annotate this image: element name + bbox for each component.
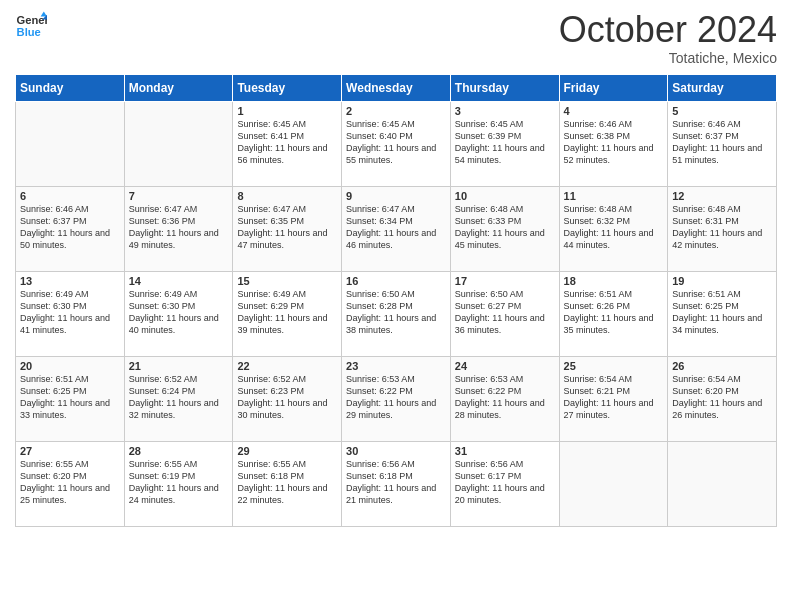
logo: General Blue xyxy=(15,10,47,42)
day-number: 22 xyxy=(237,360,337,372)
day-detail: Sunrise: 6:51 AMSunset: 6:26 PMDaylight:… xyxy=(564,288,664,337)
day-detail: Sunrise: 6:45 AMSunset: 6:39 PMDaylight:… xyxy=(455,118,555,167)
week-row-4: 20 Sunrise: 6:51 AMSunset: 6:25 PMDaylig… xyxy=(16,356,777,441)
day-cell: 8 Sunrise: 6:47 AMSunset: 6:35 PMDayligh… xyxy=(233,186,342,271)
day-cell: 19 Sunrise: 6:51 AMSunset: 6:25 PMDaylig… xyxy=(668,271,777,356)
day-detail: Sunrise: 6:55 AMSunset: 6:19 PMDaylight:… xyxy=(129,458,229,507)
day-detail: Sunrise: 6:50 AMSunset: 6:28 PMDaylight:… xyxy=(346,288,446,337)
day-cell: 13 Sunrise: 6:49 AMSunset: 6:30 PMDaylig… xyxy=(16,271,125,356)
location-subtitle: Totatiche, Mexico xyxy=(559,50,777,66)
day-number: 16 xyxy=(346,275,446,287)
day-number: 6 xyxy=(20,190,120,202)
day-detail: Sunrise: 6:45 AMSunset: 6:40 PMDaylight:… xyxy=(346,118,446,167)
day-detail: Sunrise: 6:48 AMSunset: 6:32 PMDaylight:… xyxy=(564,203,664,252)
day-cell: 14 Sunrise: 6:49 AMSunset: 6:30 PMDaylig… xyxy=(124,271,233,356)
day-number: 25 xyxy=(564,360,664,372)
day-number: 20 xyxy=(20,360,120,372)
day-number: 24 xyxy=(455,360,555,372)
day-number: 28 xyxy=(129,445,229,457)
day-cell: 21 Sunrise: 6:52 AMSunset: 6:24 PMDaylig… xyxy=(124,356,233,441)
day-number: 30 xyxy=(346,445,446,457)
day-detail: Sunrise: 6:55 AMSunset: 6:18 PMDaylight:… xyxy=(237,458,337,507)
day-number: 19 xyxy=(672,275,772,287)
day-detail: Sunrise: 6:46 AMSunset: 6:37 PMDaylight:… xyxy=(20,203,120,252)
day-cell: 4 Sunrise: 6:46 AMSunset: 6:38 PMDayligh… xyxy=(559,101,668,186)
day-cell: 24 Sunrise: 6:53 AMSunset: 6:22 PMDaylig… xyxy=(450,356,559,441)
day-cell: 26 Sunrise: 6:54 AMSunset: 6:20 PMDaylig… xyxy=(668,356,777,441)
day-number: 1 xyxy=(237,105,337,117)
day-detail: Sunrise: 6:52 AMSunset: 6:23 PMDaylight:… xyxy=(237,373,337,422)
day-number: 10 xyxy=(455,190,555,202)
day-number: 17 xyxy=(455,275,555,287)
day-detail: Sunrise: 6:46 AMSunset: 6:38 PMDaylight:… xyxy=(564,118,664,167)
day-detail: Sunrise: 6:51 AMSunset: 6:25 PMDaylight:… xyxy=(672,288,772,337)
col-wednesday: Wednesday xyxy=(342,74,451,101)
day-cell: 29 Sunrise: 6:55 AMSunset: 6:18 PMDaylig… xyxy=(233,441,342,526)
logo-icon: General Blue xyxy=(15,10,47,42)
calendar-page: General Blue October 2024 Totatiche, Mex… xyxy=(0,0,792,612)
day-detail: Sunrise: 6:49 AMSunset: 6:30 PMDaylight:… xyxy=(129,288,229,337)
day-detail: Sunrise: 6:49 AMSunset: 6:29 PMDaylight:… xyxy=(237,288,337,337)
col-saturday: Saturday xyxy=(668,74,777,101)
calendar-table: Sunday Monday Tuesday Wednesday Thursday… xyxy=(15,74,777,527)
day-number: 31 xyxy=(455,445,555,457)
day-detail: Sunrise: 6:49 AMSunset: 6:30 PMDaylight:… xyxy=(20,288,120,337)
day-number: 18 xyxy=(564,275,664,287)
day-number: 3 xyxy=(455,105,555,117)
day-detail: Sunrise: 6:47 AMSunset: 6:34 PMDaylight:… xyxy=(346,203,446,252)
week-row-1: 1 Sunrise: 6:45 AMSunset: 6:41 PMDayligh… xyxy=(16,101,777,186)
day-detail: Sunrise: 6:46 AMSunset: 6:37 PMDaylight:… xyxy=(672,118,772,167)
day-detail: Sunrise: 6:56 AMSunset: 6:17 PMDaylight:… xyxy=(455,458,555,507)
day-cell: 10 Sunrise: 6:48 AMSunset: 6:33 PMDaylig… xyxy=(450,186,559,271)
day-cell xyxy=(124,101,233,186)
day-cell: 16 Sunrise: 6:50 AMSunset: 6:28 PMDaylig… xyxy=(342,271,451,356)
header-row: Sunday Monday Tuesday Wednesday Thursday… xyxy=(16,74,777,101)
day-cell: 22 Sunrise: 6:52 AMSunset: 6:23 PMDaylig… xyxy=(233,356,342,441)
week-row-5: 27 Sunrise: 6:55 AMSunset: 6:20 PMDaylig… xyxy=(16,441,777,526)
week-row-3: 13 Sunrise: 6:49 AMSunset: 6:30 PMDaylig… xyxy=(16,271,777,356)
col-sunday: Sunday xyxy=(16,74,125,101)
day-cell: 11 Sunrise: 6:48 AMSunset: 6:32 PMDaylig… xyxy=(559,186,668,271)
day-detail: Sunrise: 6:53 AMSunset: 6:22 PMDaylight:… xyxy=(346,373,446,422)
month-title: October 2024 xyxy=(559,10,777,50)
day-detail: Sunrise: 6:51 AMSunset: 6:25 PMDaylight:… xyxy=(20,373,120,422)
day-number: 9 xyxy=(346,190,446,202)
day-number: 26 xyxy=(672,360,772,372)
day-cell: 9 Sunrise: 6:47 AMSunset: 6:34 PMDayligh… xyxy=(342,186,451,271)
day-number: 27 xyxy=(20,445,120,457)
day-cell: 17 Sunrise: 6:50 AMSunset: 6:27 PMDaylig… xyxy=(450,271,559,356)
day-cell: 31 Sunrise: 6:56 AMSunset: 6:17 PMDaylig… xyxy=(450,441,559,526)
day-number: 12 xyxy=(672,190,772,202)
day-cell: 30 Sunrise: 6:56 AMSunset: 6:18 PMDaylig… xyxy=(342,441,451,526)
day-detail: Sunrise: 6:54 AMSunset: 6:21 PMDaylight:… xyxy=(564,373,664,422)
day-number: 2 xyxy=(346,105,446,117)
day-number: 13 xyxy=(20,275,120,287)
day-detail: Sunrise: 6:53 AMSunset: 6:22 PMDaylight:… xyxy=(455,373,555,422)
day-cell xyxy=(668,441,777,526)
col-thursday: Thursday xyxy=(450,74,559,101)
day-number: 7 xyxy=(129,190,229,202)
day-cell: 20 Sunrise: 6:51 AMSunset: 6:25 PMDaylig… xyxy=(16,356,125,441)
day-cell: 23 Sunrise: 6:53 AMSunset: 6:22 PMDaylig… xyxy=(342,356,451,441)
day-detail: Sunrise: 6:55 AMSunset: 6:20 PMDaylight:… xyxy=(20,458,120,507)
day-cell xyxy=(16,101,125,186)
day-detail: Sunrise: 6:45 AMSunset: 6:41 PMDaylight:… xyxy=(237,118,337,167)
day-cell: 12 Sunrise: 6:48 AMSunset: 6:31 PMDaylig… xyxy=(668,186,777,271)
day-number: 5 xyxy=(672,105,772,117)
day-number: 29 xyxy=(237,445,337,457)
day-number: 14 xyxy=(129,275,229,287)
header: General Blue October 2024 Totatiche, Mex… xyxy=(15,10,777,66)
day-detail: Sunrise: 6:48 AMSunset: 6:33 PMDaylight:… xyxy=(455,203,555,252)
day-detail: Sunrise: 6:47 AMSunset: 6:35 PMDaylight:… xyxy=(237,203,337,252)
col-monday: Monday xyxy=(124,74,233,101)
day-detail: Sunrise: 6:54 AMSunset: 6:20 PMDaylight:… xyxy=(672,373,772,422)
svg-text:Blue: Blue xyxy=(17,26,41,38)
day-cell xyxy=(559,441,668,526)
col-tuesday: Tuesday xyxy=(233,74,342,101)
day-number: 15 xyxy=(237,275,337,287)
day-detail: Sunrise: 6:50 AMSunset: 6:27 PMDaylight:… xyxy=(455,288,555,337)
day-cell: 27 Sunrise: 6:55 AMSunset: 6:20 PMDaylig… xyxy=(16,441,125,526)
day-detail: Sunrise: 6:52 AMSunset: 6:24 PMDaylight:… xyxy=(129,373,229,422)
day-cell: 18 Sunrise: 6:51 AMSunset: 6:26 PMDaylig… xyxy=(559,271,668,356)
day-cell: 6 Sunrise: 6:46 AMSunset: 6:37 PMDayligh… xyxy=(16,186,125,271)
